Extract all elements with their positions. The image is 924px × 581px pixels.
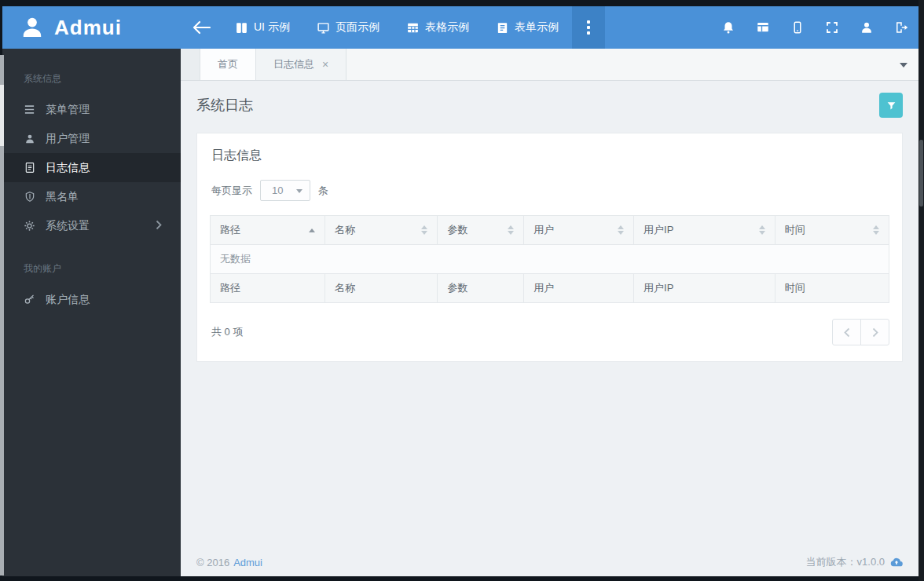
sidebar-item-account-info[interactable]: 账户信息 (2, 285, 181, 314)
back-button[interactable] (181, 6, 222, 49)
col-header-param[interactable]: 参数 (438, 216, 524, 245)
version-label: 当前版本：v1.0.0 (806, 555, 885, 569)
sidebar-item-label: 日志信息 (46, 161, 90, 175)
sidebar-scrollbar-thumb[interactable] (0, 85, 4, 146)
menu-icon (24, 104, 35, 115)
nav-label: 表格示例 (425, 20, 469, 35)
sidebar-gap (2, 240, 181, 254)
sidebar-section-system: 系统信息 (2, 64, 181, 95)
sidebar-item-log-info[interactable]: 日志信息 (2, 153, 181, 182)
mobile-view-button[interactable] (780, 6, 815, 49)
brand-logo[interactable]: Admui (2, 6, 181, 49)
profile-button[interactable] (849, 6, 884, 49)
window-scrollbar-thumb[interactable] (919, 140, 923, 206)
footer-col-user: 用户 (524, 274, 634, 303)
arrow-left-icon (192, 20, 211, 35)
brand-name: Admui (54, 16, 122, 40)
tab-label: 日志信息 (273, 57, 314, 71)
footer-col-param: 参数 (438, 274, 524, 303)
sort-icon (508, 225, 514, 235)
layout-toggle-button[interactable] (746, 6, 780, 49)
col-header-time[interactable]: 时间 (775, 216, 889, 245)
sidebar-item-label: 系统设置 (46, 219, 90, 233)
sidebar-item-user-management[interactable]: 用户管理 (2, 124, 181, 153)
tab-list-dropdown-caret[interactable] (900, 63, 908, 68)
nav-item-tables[interactable]: 表格示例 (393, 6, 482, 49)
notifications-button[interactable] (711, 6, 746, 49)
chevron-left-icon (844, 327, 850, 338)
col-header-name[interactable]: 名称 (325, 216, 438, 245)
per-page-select[interactable]: 10 (260, 180, 310, 201)
sidebar-item-label: 账户信息 (46, 293, 90, 307)
total-count-label: 共 0 项 (210, 325, 243, 339)
nav-item-ui[interactable]: UI 示例 (222, 6, 303, 49)
content-spacer (181, 362, 918, 548)
logout-button[interactable] (884, 6, 918, 49)
empty-data-row: 无数据 (211, 245, 889, 274)
window-scrollbar-track[interactable] (918, 0, 924, 581)
empty-data-cell: 无数据 (211, 245, 889, 274)
next-page-button[interactable] (860, 319, 889, 345)
nav-item-forms[interactable]: 表单示例 (482, 6, 572, 49)
sort-asc-icon (309, 228, 315, 232)
dot (587, 26, 590, 29)
nav-label: UI 示例 (254, 20, 290, 35)
log-card: 日志信息 每页显示 10 条 路径 (196, 133, 903, 362)
footer-col-ip: 用户IP (634, 274, 776, 303)
col-label: 时间 (785, 223, 805, 237)
footer-col-time: 时间 (775, 274, 889, 303)
col-header-user[interactable]: 用户 (524, 216, 634, 245)
per-page-prefix: 每页显示 (211, 184, 252, 198)
nav-label: 表单示例 (515, 20, 559, 35)
nav-item-pages[interactable]: 页面示例 (303, 6, 393, 49)
col-header-ip[interactable]: 用户IP (634, 216, 776, 245)
logout-icon (894, 20, 908, 35)
fullscreen-icon (825, 20, 839, 35)
key-icon (24, 294, 35, 305)
chevron-down-icon (296, 189, 302, 193)
page-header: 系统日志 (181, 81, 918, 130)
person-logo-icon (20, 15, 45, 40)
close-icon[interactable]: × (322, 58, 328, 71)
page-footer: © 2016 Admui 当前版本：v1.0.0 (181, 548, 918, 576)
funnel-icon (886, 100, 896, 111)
sort-icon (618, 225, 624, 235)
monitor-icon (317, 21, 330, 35)
dot (587, 31, 590, 35)
header-spacer (605, 6, 711, 49)
col-label: 路径 (220, 223, 240, 237)
tab-label: 首页 (218, 57, 238, 71)
col-label: 用户IP (644, 223, 673, 237)
chevron-right-icon (156, 220, 162, 232)
tab-log-info[interactable]: 日志信息 × (256, 49, 346, 80)
sidebar-item-blacklist[interactable]: 黑名单 (2, 182, 181, 211)
dot (587, 20, 590, 24)
tab-home[interactable]: 首页 (200, 49, 256, 80)
prev-page-button[interactable] (832, 319, 861, 345)
footer-col-name: 名称 (325, 274, 438, 303)
sidebar-item-system-settings[interactable]: 系统设置 (2, 211, 181, 240)
fullscreen-button[interactable] (815, 6, 849, 49)
sidebar-scrollbar-track[interactable] (0, 55, 4, 576)
sort-icon (873, 225, 879, 235)
sidebar-item-label: 黑名单 (46, 190, 79, 204)
grid-icon (406, 21, 420, 35)
user-icon (860, 20, 874, 35)
log-table: 路径 名称 参数 用户 用户IP 时间 无数据 (210, 215, 889, 303)
card-title: 日志信息 (210, 148, 889, 164)
form-icon (496, 21, 509, 35)
col-header-path[interactable]: 路径 (211, 216, 325, 245)
per-page-control: 每页显示 10 条 (210, 180, 889, 201)
bell-icon (721, 20, 735, 35)
mobile-device-icon (790, 20, 805, 35)
footer-brand-link[interactable]: Admui (233, 557, 262, 568)
sidebar-item-menu-management[interactable]: 菜单管理 (2, 95, 181, 124)
per-page-value: 10 (272, 185, 283, 196)
file-icon (24, 162, 35, 174)
nav-more-button[interactable] (572, 6, 605, 49)
filter-button[interactable] (879, 93, 903, 118)
main-content: 首页 日志信息 × 系统日志 日志信息 (181, 49, 918, 576)
cloud-update-icon (890, 557, 903, 567)
col-label: 用户 (534, 223, 554, 237)
sidebar-item-label: 用户管理 (46, 132, 90, 146)
